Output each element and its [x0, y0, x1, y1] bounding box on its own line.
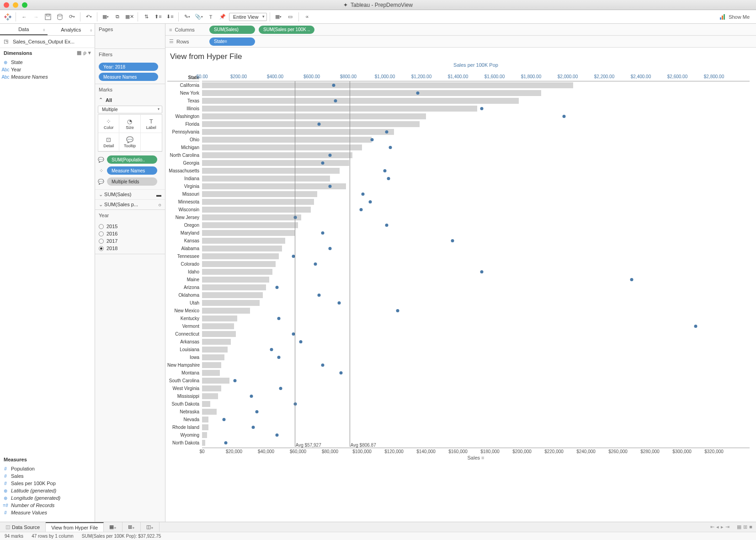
forward-button[interactable]: →	[31, 12, 42, 22]
bar-mark[interactable]	[202, 253, 279, 259]
row-label[interactable]: Ohio	[167, 136, 199, 144]
column-pill[interactable]: SUM(Sales per 100K ..	[259, 26, 314, 34]
sort-desc-button[interactable]: ⬇≡	[165, 12, 176, 22]
tableau-logo-icon[interactable]	[3, 12, 13, 22]
bar-mark[interactable]	[202, 98, 519, 104]
row-pill[interactable]: State ≡	[209, 37, 255, 46]
close-icon[interactable]: ⬨	[90, 27, 93, 32]
row-label[interactable]: Texas	[167, 97, 199, 105]
year-option[interactable]: 2018	[99, 245, 161, 252]
year-option[interactable]: 2016	[99, 230, 161, 237]
dot-mark[interactable]	[340, 371, 343, 374]
marks-pill[interactable]: SUM(Populatio..	[107, 155, 157, 164]
bar-mark[interactable]	[202, 230, 295, 236]
undo-button[interactable]: ↶▾	[83, 12, 94, 22]
dot-mark[interactable]	[563, 115, 566, 118]
dimension-field[interactable]: AbcMeasure Names	[0, 73, 95, 80]
dot-mark[interactable]	[234, 379, 237, 382]
dot-mark[interactable]	[387, 177, 390, 180]
dot-mark[interactable]	[338, 301, 341, 305]
tab-analytics[interactable]: Analytics⬨	[48, 24, 95, 35]
marks-detail-button[interactable]: ⊡Detail	[98, 133, 119, 151]
new-sheet-button[interactable]: ▦▾	[100, 12, 111, 22]
bar-mark[interactable]	[202, 432, 207, 438]
bar-mark[interactable]	[202, 331, 236, 337]
row-label[interactable]: Washington	[167, 112, 199, 120]
filter-pill[interactable]: Measure Names	[99, 73, 158, 81]
dot-mark[interactable]	[389, 146, 392, 149]
dot-mark[interactable]	[223, 418, 226, 421]
fit-dropdown[interactable]: Entire View	[229, 13, 267, 21]
bar-mark[interactable]	[202, 315, 237, 321]
row-label[interactable]: Vermont	[167, 322, 199, 330]
bar-mark[interactable]	[202, 137, 372, 143]
dot-mark[interactable]	[385, 224, 389, 227]
row-label[interactable]: Minnesota	[167, 198, 199, 206]
dot-mark[interactable]	[277, 356, 281, 359]
row-label[interactable]: Oklahoma	[167, 291, 199, 299]
dot-mark[interactable]	[451, 239, 454, 242]
filter-pill[interactable]: Year: 2018	[99, 63, 158, 71]
bar-mark[interactable]	[202, 113, 426, 119]
row-label[interactable]: New York	[167, 89, 199, 97]
bar-mark[interactable]	[202, 261, 276, 267]
refresh-button[interactable]: ⟳▾	[66, 12, 77, 22]
bar-mark[interactable]	[202, 378, 229, 384]
marks-sub-row[interactable]: ⌄ SUM(Sales p...○	[95, 199, 165, 209]
prev-icon[interactable]: ◂	[716, 524, 719, 530]
new-dashboard-button[interactable]: ⊞₊	[122, 522, 141, 532]
row-label[interactable]: Kansas	[167, 237, 199, 245]
marks-pill[interactable]: Measure Names	[107, 166, 157, 175]
row-label[interactable]: Rhode Island	[167, 423, 199, 431]
row-label[interactable]: Idaho	[167, 268, 199, 276]
row-label[interactable]: Illinois	[167, 105, 199, 112]
row-label[interactable]: Connecticut	[167, 330, 199, 338]
bar-mark[interactable]	[202, 347, 228, 353]
highlight-button[interactable]: ✎▾	[181, 12, 192, 22]
dot-mark[interactable]	[362, 192, 365, 196]
measure-field[interactable]: #Sales per 100K Pop	[0, 480, 95, 487]
row-label[interactable]: Michigan	[167, 144, 199, 151]
labels-button[interactable]: T	[205, 12, 216, 22]
bar-mark[interactable]	[202, 82, 573, 88]
marks-tooltip-button[interactable]: 💬Tooltip	[119, 133, 140, 151]
search-icon[interactable]: ρ	[83, 50, 86, 56]
bar-mark[interactable]	[202, 339, 231, 345]
measure-field[interactable]: =#Number of Records	[0, 502, 95, 509]
dot-mark[interactable]	[383, 169, 387, 172]
marks-pill[interactable]: Multiple fields	[107, 177, 157, 186]
bar-mark[interactable]	[202, 269, 272, 275]
dot-mark[interactable]	[279, 387, 282, 390]
row-label[interactable]: New Mexico	[167, 307, 199, 315]
sort-asc-button[interactable]: ⬆≡	[153, 12, 164, 22]
bar-mark[interactable]	[202, 160, 349, 166]
marks-label-button[interactable]: TLabel	[141, 115, 162, 133]
clear-button[interactable]: ▦✕	[124, 12, 135, 22]
maximize-icon[interactable]	[22, 2, 27, 8]
column-pill[interactable]: SUM(Sales)	[209, 26, 255, 34]
bar-mark[interactable]	[202, 191, 317, 197]
bar-mark[interactable]	[202, 385, 221, 391]
new-data-button[interactable]	[54, 12, 65, 22]
dot-mark[interactable]	[480, 107, 484, 110]
dot-mark[interactable]	[270, 348, 273, 351]
sort-icon[interactable]: ≡	[481, 455, 484, 460]
dimension-field[interactable]: ⊕State	[0, 59, 95, 66]
bar-mark[interactable]	[202, 121, 420, 127]
dot-mark[interactable]	[318, 123, 321, 126]
dot-mark[interactable]	[329, 185, 332, 188]
bar-mark[interactable]	[202, 144, 362, 150]
row-label[interactable]: North Carolina	[167, 151, 199, 159]
sheet-tab[interactable]: View from Hyper File	[46, 522, 104, 532]
bar-mark[interactable]	[202, 323, 234, 329]
bar-mark[interactable]	[202, 424, 208, 430]
row-label[interactable]: New Jersey	[167, 214, 199, 221]
bar-mark[interactable]	[202, 370, 220, 376]
show-icon[interactable]: ■	[749, 524, 752, 530]
dot-mark[interactable]	[694, 325, 697, 328]
group-button[interactable]: 📎▾	[193, 12, 204, 22]
row-label[interactable]: Pennsylvania	[167, 128, 199, 136]
dot-mark[interactable]	[256, 410, 259, 413]
marks-color-button[interactable]: ⁘Color	[98, 115, 119, 133]
dot-mark[interactable]	[371, 138, 374, 141]
